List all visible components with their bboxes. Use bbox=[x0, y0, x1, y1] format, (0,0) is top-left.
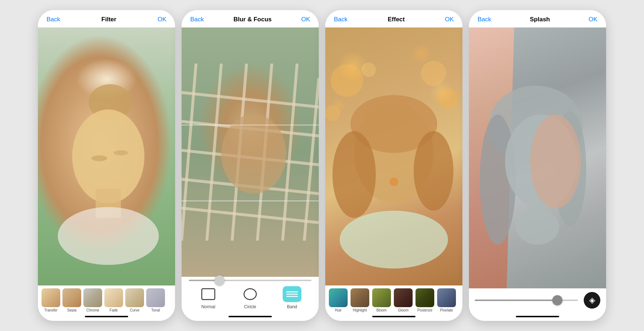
splash-bottom-section: ◈ bbox=[469, 288, 606, 321]
diamond-icon: ◈ bbox=[589, 296, 595, 305]
effect-thumb-img-highlight bbox=[351, 288, 369, 307]
blur-grid-svg bbox=[182, 27, 319, 277]
blur-normal-icon bbox=[199, 286, 218, 302]
blur-home-bar bbox=[229, 316, 272, 317]
svg-line-12 bbox=[182, 208, 319, 223]
svg-point-6 bbox=[114, 150, 128, 155]
filter-thumb-label-transfer: Transfer bbox=[44, 308, 58, 312]
effect-home-bar bbox=[372, 316, 415, 317]
effect-thumb-hue[interactable]: Hue bbox=[329, 288, 348, 312]
filter-thumb-label-sepia: Sepia bbox=[67, 308, 77, 312]
filter-thumb-img-transfer bbox=[42, 288, 60, 307]
effect-back-button[interactable]: Back bbox=[334, 16, 348, 23]
svg-line-18 bbox=[304, 78, 319, 241]
effect-home-indicator bbox=[325, 314, 462, 321]
filter-thumb-label-chrome: Chrome bbox=[86, 308, 99, 312]
splash-ok-button[interactable]: OK bbox=[588, 16, 597, 23]
effect-thumb-posterize[interactable]: Posterize bbox=[415, 288, 434, 312]
splash-controls: ◈ bbox=[469, 288, 606, 314]
blur-photo bbox=[182, 27, 319, 277]
filter-thumb-fade[interactable]: Fade bbox=[104, 288, 123, 312]
effect-thumbnails: Hue Highlight Bloom Gloom Posterize bbox=[325, 285, 462, 314]
blur-slider-track[interactable] bbox=[189, 280, 312, 281]
filter-thumb-curve[interactable]: Curve bbox=[125, 288, 144, 312]
splash-slider-thumb[interactable] bbox=[552, 295, 562, 305]
effect-portrait-svg bbox=[325, 27, 462, 285]
filter-thumb-img-fade bbox=[104, 288, 123, 307]
svg-point-5 bbox=[91, 155, 107, 161]
effect-ok-button[interactable]: OK bbox=[445, 16, 454, 23]
filter-screen: Back Filter OK bbox=[38, 10, 175, 321]
effect-bottom: Hue Highlight Bloom Gloom Posterize bbox=[325, 285, 462, 321]
blur-shape-normal-label: Normal bbox=[201, 304, 216, 309]
svg-point-44 bbox=[530, 115, 581, 209]
blur-slider-thumb[interactable] bbox=[214, 275, 225, 285]
splash-diamond-button[interactable]: ◈ bbox=[584, 292, 600, 309]
blur-slider-row bbox=[187, 280, 313, 281]
effect-thumb-pixelate[interactable]: Pixelate bbox=[437, 288, 456, 312]
effect-thumb-label-highlight: Highlight bbox=[353, 308, 367, 312]
blur-bottom: Normal Ciricle bbox=[182, 277, 319, 321]
effect-thumb-label-pixelate: Pixelate bbox=[440, 308, 453, 312]
svg-point-37 bbox=[390, 177, 398, 186]
filter-thumb-sepia[interactable]: Sepia bbox=[62, 288, 81, 312]
splash-photo bbox=[469, 27, 606, 288]
splash-portrait-svg bbox=[469, 27, 606, 288]
splash-slider-track[interactable] bbox=[475, 300, 578, 301]
blur-shape-band[interactable]: Band bbox=[283, 286, 301, 309]
filter-ok-button[interactable]: OK bbox=[157, 16, 166, 23]
filter-nav: Back Filter OK bbox=[38, 10, 175, 27]
effect-thumb-highlight[interactable]: Highlight bbox=[351, 288, 369, 312]
blur-shape-row: Normal Ciricle bbox=[187, 286, 313, 309]
blur-screen: Back Blur & Focus OK bbox=[182, 10, 319, 321]
effect-thumb-img-posterize bbox=[415, 288, 434, 307]
svg-rect-22 bbox=[202, 289, 215, 300]
blur-shape-normal[interactable]: Normal bbox=[199, 286, 218, 309]
filter-thumb-img-tonal bbox=[146, 288, 165, 307]
blur-shape-circle-label: Ciricle bbox=[244, 304, 256, 309]
effect-title: Effect bbox=[388, 16, 405, 23]
filter-image-area bbox=[38, 27, 175, 285]
svg-point-31 bbox=[325, 105, 340, 121]
svg-point-35 bbox=[332, 131, 376, 218]
blur-back-button[interactable]: Back bbox=[190, 16, 204, 23]
svg-point-38 bbox=[340, 211, 448, 268]
filter-portrait-svg bbox=[38, 27, 175, 285]
splash-screen: Back Splash OK bbox=[469, 10, 606, 321]
filter-thumb-img-chrome bbox=[83, 288, 102, 307]
effect-screen: Back Effect OK bbox=[325, 10, 462, 321]
effect-nav: Back Effect OK bbox=[325, 10, 462, 27]
splash-home-indicator bbox=[469, 314, 606, 321]
blur-shape-band-label: Band bbox=[287, 304, 297, 309]
filter-thumb-transfer[interactable]: Transfer bbox=[42, 288, 60, 312]
effect-thumb-label-bloom: Bloom bbox=[377, 308, 387, 312]
blur-ok-button[interactable]: OK bbox=[301, 16, 310, 23]
svg-point-4 bbox=[58, 207, 159, 265]
effect-thumb-gloom[interactable]: Gloom bbox=[394, 288, 413, 312]
screens-container: Back Filter OK bbox=[31, 10, 613, 321]
splash-nav: Back Splash OK bbox=[469, 10, 606, 27]
filter-photo bbox=[38, 27, 175, 285]
effect-thumb-img-gloom bbox=[394, 288, 413, 307]
effect-thumb-label-gloom: Gloom bbox=[398, 308, 408, 312]
filter-thumb-img-curve bbox=[125, 288, 144, 307]
svg-line-8 bbox=[182, 93, 319, 107]
blur-home-indicator bbox=[182, 314, 319, 321]
effect-thumb-img-pixelate bbox=[437, 288, 456, 307]
blur-shape-circle[interactable]: Ciricle bbox=[241, 286, 260, 309]
blur-nav: Back Blur & Focus OK bbox=[182, 10, 319, 27]
svg-point-32 bbox=[361, 63, 376, 77]
svg-point-23 bbox=[244, 289, 256, 300]
filter-thumb-chrome[interactable]: Chrome bbox=[83, 288, 102, 312]
effect-thumb-bloom[interactable]: Bloom bbox=[372, 288, 391, 312]
blur-title: Blur & Focus bbox=[234, 16, 272, 23]
filter-home-bar bbox=[85, 316, 128, 317]
filter-thumb-tonal[interactable]: Tonal bbox=[146, 288, 165, 312]
filter-home-indicator bbox=[38, 314, 175, 321]
filter-thumb-label-fade: Fade bbox=[110, 308, 118, 312]
splash-back-button[interactable]: Back bbox=[478, 16, 491, 23]
filter-thumb-img-sepia bbox=[62, 288, 81, 307]
blur-circle-icon bbox=[241, 286, 260, 302]
splash-slider-fill bbox=[475, 300, 557, 301]
filter-back-button[interactable]: Back bbox=[47, 16, 60, 23]
